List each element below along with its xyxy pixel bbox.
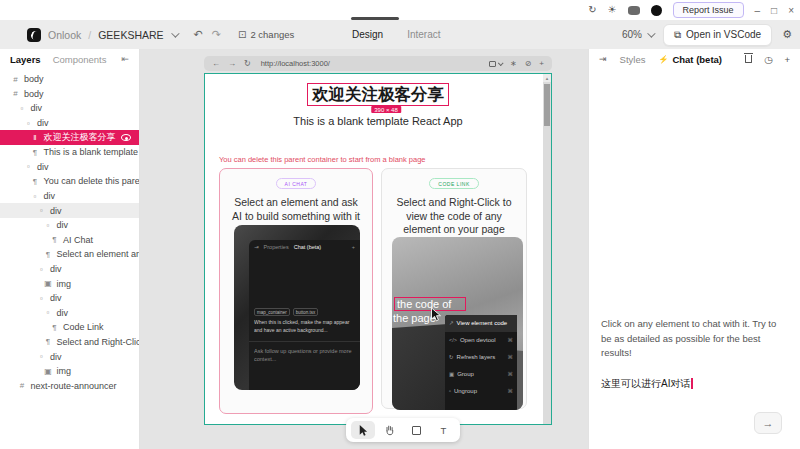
sync-icon[interactable]: ↻ <box>588 5 596 15</box>
tab-styles[interactable]: Styles <box>620 54 646 65</box>
design-canvas[interactable]: ← → ↻ http://localhost:3000/ ∗ ⊘ + 欢迎关注极… <box>140 49 588 449</box>
changes-status[interactable]: ⊡ 2 changes <box>238 29 294 40</box>
selection-size-badge: 390 × 48 <box>371 106 401 113</box>
menu-item-refresh-layers[interactable]: ↻Refresh layers⌘ <box>445 349 517 366</box>
preview-frame[interactable]: 欢迎关注极客分享 390 × 48 This is a blank templa… <box>204 73 552 425</box>
layer-row[interactable]: ▫div <box>0 262 139 277</box>
maximize-icon[interactable]: □ <box>771 5 777 16</box>
layer-row[interactable]: ▫div <box>0 160 139 175</box>
layer-row[interactable]: ¶You can delete this paren... <box>0 174 139 189</box>
text-icon: ¶ <box>44 337 53 346</box>
ai-chat-card-image: ⇥ Properties Chat (beta) + map_container… <box>234 225 360 390</box>
tab-chat-label: Chat (beta) <box>672 54 722 65</box>
project-name[interactable]: GEEKSHARE <box>98 29 163 41</box>
menu-item-view-element-code[interactable]: ↗View element code <box>445 315 517 332</box>
text-icon: ¶ <box>50 323 59 332</box>
history-icon[interactable]: ◷ <box>764 54 772 65</box>
gear-icon[interactable]: ⚙ <box>782 28 792 41</box>
changes-icon: ⊡ <box>238 29 246 40</box>
tab-chat[interactable]: ⚡ Chat (beta) <box>658 54 722 65</box>
layer-row[interactable]: ¶AI Chat <box>0 233 139 248</box>
rectangle-icon <box>412 426 421 435</box>
menu-item-label: Group <box>457 371 474 377</box>
select-tool[interactable] <box>351 421 375 439</box>
back-icon[interactable]: ← <box>212 59 220 68</box>
open-in-vscode-button[interactable]: ⧉ Open in VSCode <box>663 24 772 46</box>
discord-icon[interactable] <box>628 6 640 15</box>
forward-icon[interactable]: → <box>228 59 236 68</box>
pan-tool[interactable] <box>378 421 402 439</box>
layer-row[interactable]: ▫div <box>0 116 139 131</box>
theme-icon[interactable]: ☀ <box>608 5 617 15</box>
tab-interact[interactable]: Interact <box>407 29 440 40</box>
delete-hint-text[interactable]: You can delete this parent container to … <box>219 155 426 164</box>
layer-row[interactable]: ▫div <box>0 189 139 204</box>
url-field[interactable]: http://localhost:3000/ <box>261 59 330 68</box>
report-issue-button[interactable]: Report Issue <box>673 2 744 18</box>
menu-item-ungroup[interactable]: ▫Ungroup⌘ <box>445 382 517 399</box>
layer-row[interactable]: ▫div <box>0 101 139 116</box>
github-icon[interactable] <box>651 5 662 16</box>
image-icon: ▣ <box>44 279 53 288</box>
tab-components[interactable]: Components <box>53 54 107 65</box>
hand-icon <box>384 424 396 436</box>
layer-label: div <box>31 103 43 113</box>
vscode-label: Open in VSCode <box>686 29 761 40</box>
minimize-icon[interactable]: – <box>755 5 761 16</box>
chevron-down-icon[interactable] <box>171 29 179 37</box>
tab-design[interactable]: Design <box>352 29 383 40</box>
code-link-card[interactable]: CODE LINK Select and Right-Click to view… <box>381 168 527 409</box>
breadcrumb-separator: / <box>88 29 91 41</box>
menu-item-group[interactable]: ▣Group⌘ <box>445 365 517 382</box>
eye-icon[interactable] <box>121 134 131 141</box>
scroll-up-icon[interactable]: ▴ <box>543 74 551 82</box>
new-chat-icon[interactable]: + <box>784 54 790 65</box>
layer-row[interactable]: ▫div <box>0 349 139 364</box>
layer-row[interactable]: ¶Select and Right-Click... <box>0 335 139 350</box>
app-subtitle[interactable]: This is a blank template React App <box>205 115 551 127</box>
disable-icon[interactable]: ⊘ <box>525 59 532 68</box>
add-frame-icon[interactable]: + <box>539 59 544 68</box>
scrollbar-thumb[interactable] <box>544 84 550 126</box>
layer-row[interactable]: ¶Code Link <box>0 320 139 335</box>
div-icon: ▫ <box>24 119 33 128</box>
div-icon: ▫ <box>37 206 46 215</box>
close-icon[interactable]: × <box>788 5 794 16</box>
undo-icon[interactable]: ↶ <box>194 28 203 41</box>
layer-row-highlighted[interactable]: ▫div <box>0 203 139 218</box>
layer-row[interactable]: ¶This is a blank template R... <box>0 145 139 160</box>
send-button[interactable]: → <box>754 412 782 434</box>
device-select-icon[interactable] <box>489 61 502 67</box>
ai-chat-card[interactable]: AI CHAT Select an element and ask AI to … <box>219 168 373 414</box>
reload-icon[interactable]: ↻ <box>244 59 251 68</box>
rectangle-tool[interactable] <box>405 421 429 439</box>
layer-row[interactable]: ▫div <box>0 306 139 321</box>
menu-item-open-devtool[interactable]: </>Open devtool⌘ <box>445 332 517 349</box>
text-tool[interactable]: T <box>432 421 456 439</box>
layer-row[interactable]: ▫div <box>0 218 139 233</box>
collapse-panel-icon[interactable]: ⇤ <box>121 54 129 64</box>
sparkle-icon[interactable]: ∗ <box>510 59 517 68</box>
context-chip: map_container <box>254 308 290 316</box>
layer-row-selected[interactable]: ‖欢迎关注极客分享 <box>0 130 139 145</box>
code-link-card-title: Select and Right-Click to view the code … <box>391 196 517 237</box>
tab-layers[interactable]: Layers <box>10 54 41 65</box>
zoom-control[interactable]: 60% <box>622 29 653 40</box>
layer-row[interactable]: ▣img <box>0 276 139 291</box>
onlook-logo[interactable] <box>27 28 41 42</box>
layer-label: div <box>37 118 49 128</box>
toolbar: Onlook / GEEKSHARE ↶ ↷ ⊡ 2 changes Desig… <box>0 20 800 49</box>
redo-icon[interactable]: ↷ <box>212 28 221 41</box>
chat-input[interactable]: 这里可以进行AI对话 <box>601 377 693 391</box>
trash-icon[interactable] <box>745 55 752 63</box>
layer-row[interactable]: ¶Select an element and... <box>0 247 139 262</box>
mini-chat-message: When this is clicked, make the map appea… <box>254 319 357 334</box>
layer-row[interactable]: #body <box>0 87 139 102</box>
layer-row[interactable]: #body <box>0 72 139 87</box>
layer-row[interactable]: ▣img <box>0 364 139 379</box>
frame-scrollbar[interactable]: ▴ <box>543 74 551 424</box>
app-heading[interactable]: 欢迎关注极客分享 <box>307 83 449 106</box>
layer-row[interactable]: #next-route-announcer <box>0 378 139 393</box>
collapse-panel-icon[interactable]: ⇥ <box>599 54 607 64</box>
layer-row[interactable]: ▫div <box>0 291 139 306</box>
